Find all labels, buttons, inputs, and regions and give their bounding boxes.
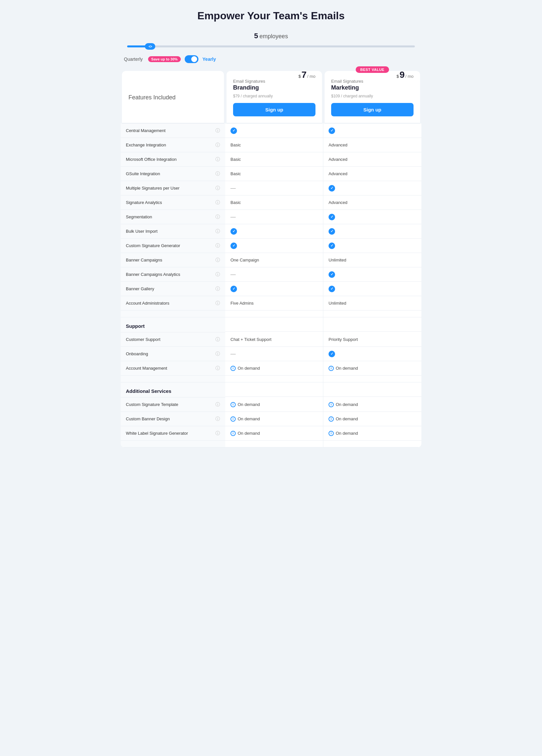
section-header-plan2 xyxy=(323,382,421,397)
feature-name-cell: Customer Supportⓘ xyxy=(121,332,225,347)
marketing-dollar: $ xyxy=(397,74,399,79)
slider-thumb-icon: <> xyxy=(149,45,152,48)
features-header-card: Features Included xyxy=(122,71,224,124)
feature-name-cell: Custom Signature Generatorⓘ xyxy=(121,239,225,253)
info-icon[interactable]: ⓘ xyxy=(215,351,220,357)
info-blue-icon: i xyxy=(230,366,236,371)
feature-branding-cell: Five Admins xyxy=(225,296,323,311)
slider-thumb[interactable]: <> xyxy=(145,43,155,50)
info-icon[interactable]: ⓘ xyxy=(215,416,220,422)
employee-slider-wrapper: <> xyxy=(121,45,421,47)
check-icon: ✓ xyxy=(230,286,237,292)
feature-marketing-cell: Unlimited xyxy=(323,253,421,267)
feature-name-cell: Multiple Signatures per Userⓘ xyxy=(121,181,225,195)
branding-category: Email Signatures xyxy=(233,79,265,84)
check-icon: ✓ xyxy=(329,286,335,292)
feature-name-cell: Custom Banner Designⓘ xyxy=(121,412,225,426)
feature-marketing-cell: ✓ xyxy=(323,282,421,296)
branding-annual: $79 / charged annually xyxy=(233,94,315,98)
section-header-plan1 xyxy=(225,382,323,397)
feature-marketing-cell: ✓ xyxy=(323,124,421,138)
feature-name-cell: Segmentationⓘ xyxy=(121,210,225,224)
info-blue-icon: i xyxy=(230,402,236,407)
feature-marketing-cell: iOn demand xyxy=(323,397,421,412)
feature-branding-cell: ✓ xyxy=(225,282,323,296)
billing-toggle[interactable] xyxy=(185,55,198,63)
info-icon[interactable]: ⓘ xyxy=(215,272,220,277)
info-icon[interactable]: ⓘ xyxy=(215,157,220,162)
check-icon: ✓ xyxy=(230,127,237,134)
feature-branding-cell: — xyxy=(225,347,323,361)
info-icon[interactable]: ⓘ xyxy=(215,214,220,220)
check-icon: ✓ xyxy=(230,228,237,235)
marketing-name: Marketing xyxy=(331,84,363,91)
billing-toggle-row: Quarterly Save up to 30% Yearly xyxy=(121,55,421,63)
info-icon[interactable]: ⓘ xyxy=(215,286,220,292)
feature-branding-cell: iOn demand xyxy=(225,426,323,441)
feature-marketing-cell: Advanced xyxy=(323,167,421,181)
feature-name-cell: Banner Campaigns Analyticsⓘ xyxy=(121,267,225,282)
info-icon[interactable]: ⓘ xyxy=(215,257,220,263)
check-icon: ✓ xyxy=(329,185,335,192)
feature-branding-cell: Basic xyxy=(225,167,323,181)
info-icon[interactable]: ⓘ xyxy=(215,300,220,306)
info-icon[interactable]: ⓘ xyxy=(215,128,220,134)
toggle-knob xyxy=(191,56,197,62)
info-icon[interactable]: ⓘ xyxy=(215,228,220,234)
feature-branding-cell: ✓ xyxy=(225,224,323,239)
feature-marketing-cell: Priority Support xyxy=(323,332,421,347)
marketing-signup-button[interactable]: Sign up xyxy=(331,103,414,116)
feature-name-cell: Onboardingⓘ xyxy=(121,347,225,361)
feature-name-cell: Central Managementⓘ xyxy=(121,124,225,138)
check-icon: ✓ xyxy=(329,214,335,220)
feature-marketing-cell: Advanced xyxy=(323,195,421,210)
check-icon: ✓ xyxy=(329,351,335,357)
info-icon[interactable]: ⓘ xyxy=(215,243,220,249)
branding-signup-button[interactable]: Sign up xyxy=(233,103,315,116)
feature-name-cell: GSuite Integrationⓘ xyxy=(121,167,225,181)
info-icon[interactable]: ⓘ xyxy=(215,402,220,408)
feature-marketing-cell: ✓ xyxy=(323,347,421,361)
header-cards-row: Features Included Email Signatures Brand… xyxy=(121,70,421,124)
feature-branding-cell: Chat + Ticket Support xyxy=(225,332,323,347)
feature-name-cell: Banner Galleryⓘ xyxy=(121,282,225,296)
info-icon[interactable]: ⓘ xyxy=(215,430,220,436)
feature-branding-cell: ✓ xyxy=(225,239,323,253)
quarterly-label: Quarterly xyxy=(124,57,143,62)
slider-track: <> xyxy=(127,45,415,47)
info-icon[interactable]: ⓘ xyxy=(215,185,220,191)
branding-name: Branding xyxy=(233,84,265,91)
employee-section: 5 employees xyxy=(121,32,421,40)
feature-marketing-cell: ✓ xyxy=(323,239,421,253)
branding-period: / mo xyxy=(307,74,315,79)
info-icon[interactable]: ⓘ xyxy=(215,365,220,371)
feature-marketing-cell: ✓ xyxy=(323,210,421,224)
branding-price: 7 xyxy=(301,70,307,80)
feature-branding-cell: iOn demand xyxy=(225,361,323,376)
feature-branding-cell: Basic xyxy=(225,152,323,167)
info-icon[interactable]: ⓘ xyxy=(215,142,220,148)
feature-branding-cell: — xyxy=(225,210,323,224)
page-title: Empower Your Team's Emails xyxy=(121,10,421,22)
info-blue-icon: i xyxy=(329,416,334,422)
feature-marketing-cell: iOn demand xyxy=(323,426,421,441)
info-icon[interactable]: ⓘ xyxy=(215,171,220,177)
feature-name-cell: Bulk User Importⓘ xyxy=(121,224,225,239)
check-icon: ✓ xyxy=(230,243,237,249)
info-blue-icon: i xyxy=(329,431,334,436)
marketing-annual: $109 / charged annually xyxy=(331,94,414,98)
feature-branding-cell: One Campaign xyxy=(225,253,323,267)
info-blue-icon: i xyxy=(329,402,334,407)
feature-name-cell: Account Administratorsⓘ xyxy=(121,296,225,311)
features-included-label: Features Included xyxy=(128,94,176,101)
feature-name-cell: White Label Signature Generatorⓘ xyxy=(121,426,225,441)
info-icon[interactable]: ⓘ xyxy=(215,337,220,343)
check-icon: ✓ xyxy=(329,127,335,134)
info-icon[interactable]: ⓘ xyxy=(215,200,220,206)
feature-name-cell: Banner Campaignsⓘ xyxy=(121,253,225,267)
check-icon: ✓ xyxy=(329,271,335,278)
section-header-plan2 xyxy=(323,317,421,332)
marketing-price-row: $ 9 / mo xyxy=(397,70,414,80)
feature-marketing-cell: iOn demand xyxy=(323,412,421,426)
yearly-label: Yearly xyxy=(202,57,216,62)
